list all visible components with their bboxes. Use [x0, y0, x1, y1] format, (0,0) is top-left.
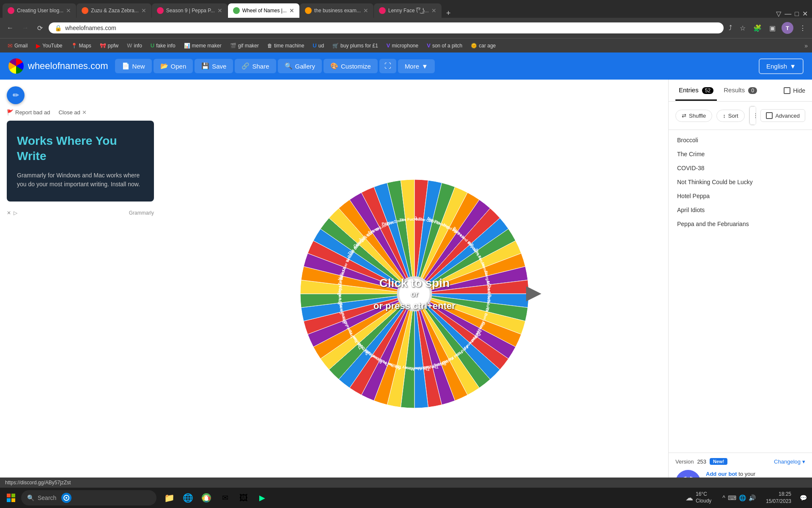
ad-ctrl-x[interactable]: ✕	[7, 210, 11, 216]
profile-button[interactable]: T	[782, 22, 793, 34]
bookmark-icon[interactable]: ☆	[738, 22, 747, 34]
close-ad-link[interactable]: Close ad ✕	[58, 109, 86, 116]
taskbar-sys-icons: ^ ⌨ 🌐 🔊	[719, 494, 759, 501]
sort-button[interactable]: ↕ Sort	[716, 110, 744, 122]
hide-toggle[interactable]: Hide	[784, 87, 805, 94]
menu-icon[interactable]: ⋮	[798, 22, 808, 34]
list-item[interactable]: Broccoli	[669, 133, 812, 147]
back-button[interactable]: ←	[4, 22, 16, 33]
edit-button[interactable]: ✏	[7, 86, 25, 104]
window-minimize-button[interactable]: —	[785, 10, 791, 18]
photos-icon: 🖼	[239, 493, 248, 503]
tab-results[interactable]: Results 0	[720, 80, 760, 101]
share-icon[interactable]: ⤴	[727, 22, 734, 33]
bookmark-fakeinfo-label: fake info	[156, 43, 175, 49]
tab-2[interactable]: Zuzu & Zaza Zebra... ✕	[77, 3, 151, 18]
taskbar-chrome[interactable]	[198, 489, 215, 506]
tab-entries[interactable]: Entries 52	[675, 80, 717, 101]
bookmark-ppfw-label: ppfw	[108, 43, 118, 49]
reload-button[interactable]: ⟳	[35, 22, 45, 34]
new-button[interactable]: 📄 New	[115, 59, 152, 73]
version-label: Version	[675, 458, 694, 465]
tab-close-3[interactable]: ✕	[217, 8, 222, 14]
list-item[interactable]: Not Thinking Could be Lucky	[669, 175, 812, 189]
volume-icon[interactable]: 🔊	[749, 494, 756, 501]
address-bar[interactable]: 🔒 wheelofnames.com	[49, 22, 724, 33]
more-button[interactable]: More ▼	[398, 59, 435, 73]
list-item[interactable]: April Idiots	[669, 203, 812, 217]
bookmark-timemachine[interactable]: 🗑 time machine	[264, 42, 307, 50]
gallery-button[interactable]: 🔍 Gallery	[278, 59, 322, 73]
bookmark-fakeinfo[interactable]: U fake info	[147, 41, 179, 50]
tab-minimize-icon[interactable]: ▽	[776, 10, 781, 18]
bookmark-plums[interactable]: 🛒 buy plums for £1	[329, 42, 381, 50]
customize-button[interactable]: 🎨 Customize	[324, 59, 378, 73]
bookmark-info[interactable]: W info	[123, 41, 145, 50]
save-button[interactable]: 💾 Save	[195, 59, 233, 73]
share-button[interactable]: 🔗 Share	[235, 59, 276, 73]
tab-1[interactable]: Creating User blog... ✕	[3, 3, 76, 18]
ad-box[interactable]: Works Where You Write Grammarly for Wind…	[7, 121, 154, 202]
discord-add-bot-link[interactable]: Add our bot	[706, 471, 737, 477]
forward-button[interactable]: →	[19, 22, 31, 33]
tab-title-3: Season 9 | Peppa P...	[166, 8, 215, 14]
sidebar-icon[interactable]: ▣	[768, 22, 777, 34]
tab-close-2[interactable]: ✕	[141, 8, 146, 14]
taskbar-search-bar[interactable]: 🔍 Search	[21, 490, 156, 505]
taskbar-terminal[interactable]: ▶	[254, 489, 271, 506]
extensions-icon[interactable]: 🧩	[752, 22, 763, 34]
bookmark-gmail[interactable]: ✉ Gmail	[4, 41, 31, 50]
weather-widget[interactable]: ☁ 16°C Cloudy	[681, 491, 716, 504]
open-button[interactable]: 📂 Open	[154, 59, 193, 73]
window-close-button[interactable]: ✕	[802, 10, 808, 18]
tab-close-4[interactable]: ✕	[289, 8, 294, 14]
network-icon[interactable]: 🌐	[739, 494, 746, 501]
report-ad-link[interactable]: 🚩 Report bad ad	[7, 109, 50, 116]
taskbar-time[interactable]: 18:25 15/07/2023	[763, 491, 795, 505]
new-tab-button[interactable]: +	[442, 9, 455, 18]
language-button[interactable]: English ▼	[759, 58, 804, 74]
wheel-container[interactable]: BroccoliThe CrimeCOVID-38Not Thinking Co…	[296, 175, 533, 412]
results-tab-label: Results	[724, 86, 745, 94]
bookmarks-more-icon[interactable]: »	[804, 42, 808, 49]
bookmark-mememaker[interactable]: 📊 meme maker	[181, 42, 225, 50]
chevron-up-icon[interactable]: ^	[722, 494, 725, 501]
list-item[interactable]: Peppa and the Februarians	[669, 217, 812, 231]
tab-4[interactable]: Wheel of Names |... ✕	[228, 3, 299, 18]
wheel-area[interactable]: BroccoliThe CrimeCOVID-38Not Thinking Co…	[161, 80, 668, 508]
tab-3[interactable]: Season 9 | Peppa P... ✕	[152, 3, 228, 18]
tab-5[interactable]: the business exam... ✕	[300, 3, 373, 18]
advanced-button[interactable]: Advanced	[760, 109, 805, 122]
bookmark-ud[interactable]: U ud	[309, 41, 327, 50]
tab-favicon-5	[305, 7, 312, 14]
bookmark-microphone[interactable]: V microphone	[383, 41, 422, 50]
tab-6[interactable]: Lenny Face (͡° ͜ʖ... ✕	[374, 3, 442, 18]
tab-close-5[interactable]: ✕	[363, 8, 368, 14]
bookmark-maps[interactable]: 📍 Maps	[68, 42, 95, 50]
keyboard-icon[interactable]: ⌨	[728, 494, 736, 501]
hide-checkbox[interactable]	[784, 87, 790, 94]
list-item[interactable]: Hotel Peppa	[669, 189, 812, 203]
tab-close-6[interactable]: ✕	[431, 8, 436, 14]
add-image-button[interactable]: 🖼 Add image	[749, 106, 757, 125]
notification-icon[interactable]: 💬	[798, 494, 809, 501]
bookmark-gifmaker[interactable]: 🎬 gif maker	[227, 42, 262, 50]
bookmark-sonofapitch[interactable]: V son of a pitch	[423, 41, 466, 50]
list-item[interactable]: The Crime	[669, 147, 812, 161]
changelog-link[interactable]: Changelog ▾	[774, 458, 805, 465]
tab-close-1[interactable]: ✕	[66, 8, 71, 14]
start-button[interactable]	[3, 490, 19, 505]
app-area: wheelofnames.com 📄 New 📂 Open 💾 Save 🔗 S…	[0, 52, 812, 508]
shuffle-button[interactable]: ⇄ Shuffle	[675, 110, 712, 122]
taskbar-photos[interactable]: 🖼	[235, 489, 252, 506]
taskbar-edge[interactable]: 🌐	[179, 489, 196, 506]
fullscreen-button[interactable]: ⛶	[379, 59, 396, 73]
window-maximize-button[interactable]: □	[795, 10, 799, 18]
taskbar-mail[interactable]: ✉	[217, 489, 233, 506]
ad-ctrl-chevron[interactable]: ▷	[14, 210, 17, 216]
bookmark-ppfw[interactable]: 🎀 ppfw	[96, 42, 122, 50]
bookmark-youtube[interactable]: ▶ YouTube	[33, 41, 66, 50]
bookmark-carage[interactable]: 🌞 car age	[467, 42, 499, 50]
list-item[interactable]: COVID-38	[669, 161, 812, 175]
taskbar-file-explorer[interactable]: 📁	[161, 489, 178, 506]
